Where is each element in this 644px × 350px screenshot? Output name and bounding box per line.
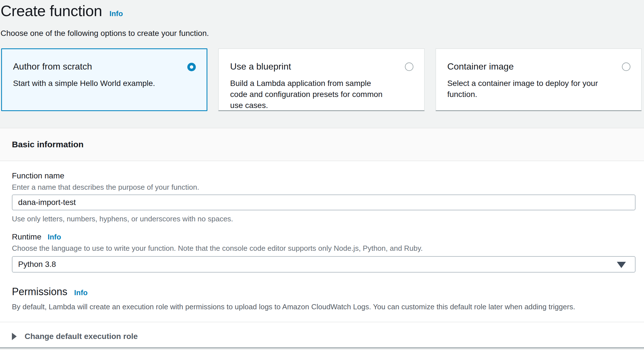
runtime-field: Runtime Info Choose the language to use … — [12, 232, 636, 273]
page-title: Create function — [1, 2, 102, 20]
option-card-use-a-blueprint[interactable]: Use a blueprint Build a Lambda applicati… — [218, 48, 424, 111]
runtime-description: Choose the language to use to write your… — [12, 244, 636, 253]
page-title-row: Create function Info — [1, 2, 642, 20]
card-title: Author from scratch — [13, 61, 197, 72]
permissions-section: Permissions Info By default, Lambda will… — [12, 286, 636, 312]
card-title: Use a blueprint — [230, 61, 414, 72]
expander-label: Change default execution role — [25, 332, 138, 341]
create-function-page: Create function Info Choose one of the f… — [0, 0, 644, 350]
function-name-constraint: Use only letters, numbers, hyphens, or u… — [12, 214, 636, 223]
function-name-description: Enter a name that describes the purpose … — [12, 183, 636, 192]
card-title: Container image — [447, 61, 631, 72]
basic-information-form: Function name Enter a name that describe… — [0, 161, 644, 347]
function-name-input[interactable] — [12, 195, 636, 210]
chevron-down-icon — [617, 262, 626, 268]
permissions-info-link[interactable]: Info — [74, 288, 88, 297]
create-function-info-link[interactable]: Info — [110, 9, 123, 18]
runtime-select[interactable]: Python 3.8 — [12, 256, 636, 273]
option-card-author-from-scratch[interactable]: Author from scratch Start with a simple … — [1, 48, 207, 111]
change-default-execution-role-expander[interactable]: Change default execution role — [12, 322, 636, 341]
card-description: Select a container image to deploy for y… — [447, 78, 631, 100]
caret-right-icon — [12, 333, 17, 340]
page-subtitle: Choose one of the following options to c… — [1, 28, 642, 38]
card-description: Build a Lambda application from sample c… — [230, 78, 414, 111]
permissions-heading: Permissions — [12, 286, 67, 298]
option-card-container-image[interactable]: Container image Select a container image… — [435, 48, 642, 111]
runtime-label: Runtime — [12, 232, 41, 242]
radio-unselected-icon[interactable] — [622, 62, 630, 71]
basic-information-header: Basic information — [0, 128, 644, 161]
runtime-info-link[interactable]: Info — [48, 233, 61, 241]
radio-unselected-icon[interactable] — [405, 62, 413, 71]
card-description: Start with a simple Hello World example. — [13, 78, 197, 89]
bottom-border — [0, 347, 644, 348]
function-name-label: Function name — [12, 171, 636, 181]
runtime-selected-option: Python 3.8 — [18, 260, 56, 269]
permissions-description: By default, Lambda will create an execut… — [12, 302, 636, 312]
basic-information-heading: Basic information — [12, 140, 83, 149]
creation-option-cards: Author from scratch Start with a simple … — [1, 48, 642, 111]
